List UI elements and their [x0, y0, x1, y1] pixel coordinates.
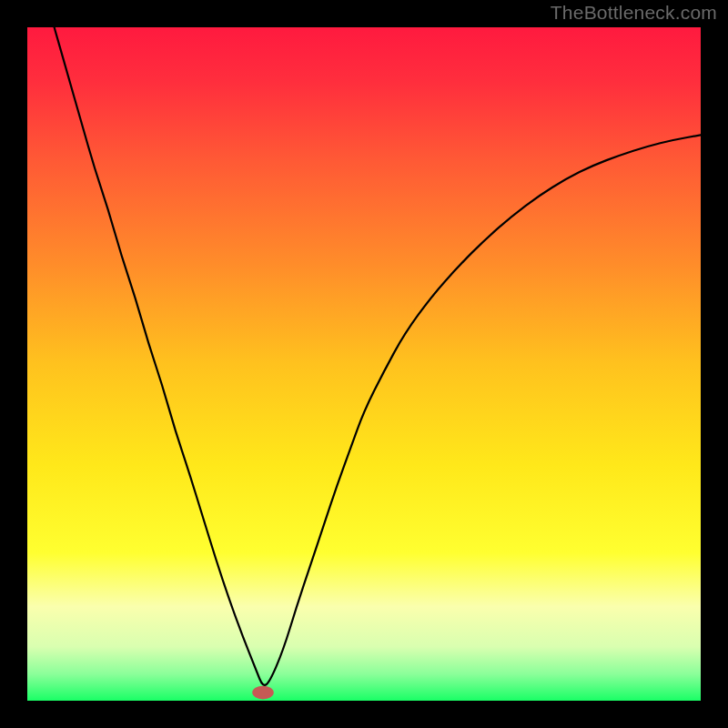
- gradient-rect: [27, 27, 701, 701]
- chart-svg: [27, 27, 701, 701]
- chart-frame: TheBottleneck.com: [0, 0, 728, 728]
- plot-area: [27, 27, 701, 701]
- watermark-text: TheBottleneck.com: [551, 2, 717, 24]
- optimal-marker: [252, 686, 274, 700]
